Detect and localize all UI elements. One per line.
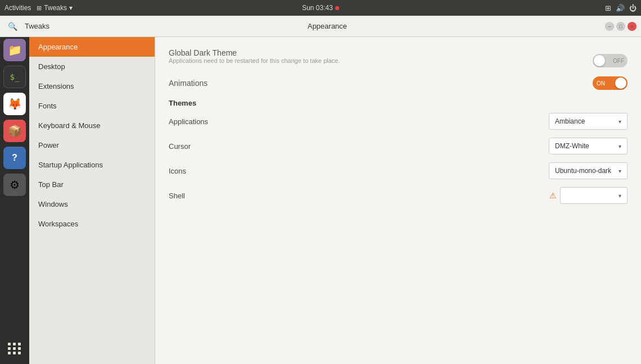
dock-software-icon[interactable]: 📦 xyxy=(3,120,26,142)
dock-files-icon[interactable]: 📁 xyxy=(3,39,26,61)
sidebar-item-workspaces-label: Workspaces xyxy=(38,220,78,228)
applications-dropdown[interactable]: Ambiance ▾ xyxy=(549,113,628,130)
icons-theme-row: Icons Ubuntu-mono-dark ▾ xyxy=(169,162,628,179)
icons-dropdown-arrow: ▾ xyxy=(619,168,621,174)
system-bar-left: Activities ⊞ Tweaks ▾ xyxy=(4,4,73,12)
toggle-off-label: OFF xyxy=(613,58,624,64)
volume-icon[interactable]: 🔊 xyxy=(616,4,625,12)
power-icon[interactable]: ⏻ xyxy=(629,4,637,12)
global-dark-theme-info: Global Dark Theme Applications need to b… xyxy=(169,48,340,73)
sidebar-item-fonts-label: Fonts xyxy=(38,102,57,110)
sidebar-item-desktop-label: Desktop xyxy=(38,62,65,71)
dock-help-icon[interactable]: ? xyxy=(3,147,26,169)
tweaks-menu-label: Tweaks xyxy=(44,4,67,12)
cursor-dropdown-arrow: ▾ xyxy=(619,143,621,149)
window-controls: – □ × xyxy=(605,22,637,31)
tweaks-menu[interactable]: ⊞ Tweaks ▾ xyxy=(37,4,73,12)
animations-row: Animations ON xyxy=(169,76,628,90)
animations-label: Animations xyxy=(169,79,207,88)
close-button[interactable]: × xyxy=(628,22,637,31)
cursor-value: DMZ-White xyxy=(555,142,589,150)
toggle-knob xyxy=(594,55,605,66)
shell-dropdown[interactable]: ▾ xyxy=(560,187,628,204)
tweaks-label: Tweaks xyxy=(25,22,49,30)
app-window: 🔍 Tweaks Appearance – □ × 📁 $_ 🦊 📦 xyxy=(0,16,641,364)
system-bar-right: ⊞ 🔊 ⏻ xyxy=(605,4,637,12)
sidebar-item-extensions[interactable]: Extensions xyxy=(29,76,155,96)
global-dark-theme-toggle[interactable]: OFF xyxy=(593,54,628,67)
terminal-icon: $_ xyxy=(10,72,20,81)
toggle-on-label: ON xyxy=(597,80,605,87)
cursor-theme-row: Cursor DMZ-White ▾ xyxy=(169,138,628,154)
sidebar-item-appearance[interactable]: Appearance xyxy=(29,37,155,57)
shell-warning-icon: ⚠ xyxy=(549,191,557,200)
maximize-button[interactable]: □ xyxy=(616,22,625,31)
system-bar-center: Sun 03:43 xyxy=(302,4,339,12)
sidebar: Appearance Desktop Extensions Fonts Keyb… xyxy=(29,37,155,364)
tweaks-icon: ⊞ xyxy=(37,4,42,12)
cursor-dropdown[interactable]: DMZ-White ▾ xyxy=(549,138,628,154)
sidebar-item-workspaces[interactable]: Workspaces xyxy=(29,214,155,234)
dock-tools-icon[interactable]: ⚙ xyxy=(3,174,26,196)
cursor-label: Cursor xyxy=(169,142,191,151)
sidebar-item-startup-applications-label: Startup Applications xyxy=(38,161,103,169)
shell-dropdown-arrow: ▾ xyxy=(619,193,621,199)
activities-button[interactable]: Activities xyxy=(4,4,31,12)
minimize-button[interactable]: – xyxy=(605,22,614,31)
tweaks-menu-arrow: ▾ xyxy=(69,4,73,12)
sidebar-item-fonts[interactable]: Fonts xyxy=(29,96,155,116)
recording-dot xyxy=(335,6,339,10)
window-title: Appearance xyxy=(49,22,605,30)
tools-icon: ⚙ xyxy=(10,178,20,192)
application-dock: 📁 $_ 🦊 📦 ? ⚙ xyxy=(0,37,29,364)
sidebar-item-top-bar[interactable]: Top Bar xyxy=(29,175,155,194)
firefox-icon: 🦊 xyxy=(8,97,22,111)
animations-toggle[interactable]: ON xyxy=(593,76,628,90)
apps-grid-icon xyxy=(8,343,21,354)
toggle-on-knob xyxy=(615,78,626,89)
applications-label: Applications xyxy=(169,117,208,126)
applications-theme-row: Applications Ambiance ▾ xyxy=(169,113,628,130)
sidebar-item-top-bar-label: Top Bar xyxy=(38,180,64,189)
sidebar-item-startup-applications[interactable]: Startup Applications xyxy=(29,155,155,175)
dock-firefox-icon[interactable]: 🦊 xyxy=(3,93,26,115)
global-dark-theme-label: Global Dark Theme xyxy=(169,48,340,57)
themes-heading: Themes xyxy=(169,99,628,107)
icons-value: Ubuntu-mono-dark xyxy=(555,167,611,175)
dock-terminal-icon[interactable]: $_ xyxy=(3,66,26,88)
shell-controls: ⚠ ▾ xyxy=(549,187,628,204)
global-dark-theme-row: Global Dark Theme Applications need to b… xyxy=(169,48,628,73)
show-apps-button[interactable] xyxy=(3,337,26,360)
sidebar-item-power-label: Power xyxy=(38,141,59,149)
icons-dropdown[interactable]: Ubuntu-mono-dark ▾ xyxy=(549,162,628,179)
sidebar-item-keyboard-mouse-label: Keyboard & Mouse xyxy=(38,121,101,130)
system-bar: Activities ⊞ Tweaks ▾ Sun 03:43 ⊞ 🔊 ⏻ xyxy=(0,0,641,16)
sidebar-item-extensions-label: Extensions xyxy=(38,82,74,90)
applications-value: Ambiance xyxy=(555,117,585,125)
global-dark-theme-subtitle: Applications need to be restarted for th… xyxy=(169,57,340,64)
applications-dropdown-arrow: ▾ xyxy=(619,119,621,125)
shell-label: Shell xyxy=(169,192,185,200)
network-icon[interactable]: ⊞ xyxy=(605,4,611,12)
app-titlebar: 🔍 Tweaks Appearance – □ × xyxy=(0,16,641,37)
sidebar-item-desktop[interactable]: Desktop xyxy=(29,57,155,76)
clock-display: Sun 03:43 xyxy=(302,4,333,12)
help-icon: ? xyxy=(12,153,17,163)
search-button[interactable]: 🔍 xyxy=(4,19,20,34)
sidebar-item-keyboard-mouse[interactable]: Keyboard & Mouse xyxy=(29,116,155,135)
icons-label: Icons xyxy=(169,167,186,175)
search-icon: 🔍 xyxy=(8,22,17,31)
sidebar-item-windows-label: Windows xyxy=(38,200,68,208)
shell-theme-row: Shell ⚠ ▾ xyxy=(169,187,628,204)
files-icon: 📁 xyxy=(8,43,22,57)
sidebar-item-appearance-label: Appearance xyxy=(38,43,78,51)
content-pane: Global Dark Theme Applications need to b… xyxy=(155,37,641,364)
sidebar-item-power[interactable]: Power xyxy=(29,135,155,155)
sidebar-item-windows[interactable]: Windows xyxy=(29,194,155,214)
software-icon: 📦 xyxy=(8,124,22,138)
